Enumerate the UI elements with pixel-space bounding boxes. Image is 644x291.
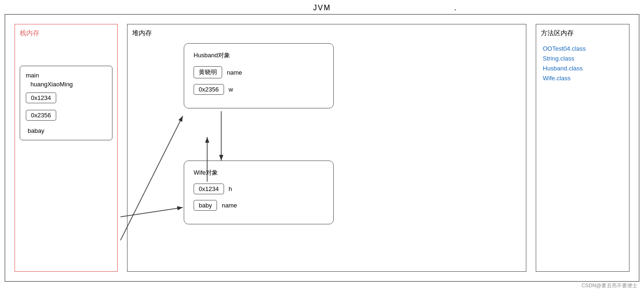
- wife-name-value: baby: [194, 200, 217, 211]
- wife-object: Wife对象 0x1234 h baby name: [184, 161, 334, 224]
- stack-section: 栈内存 main huangXiaoMing 0x1234 0x2356 bab…: [15, 24, 118, 272]
- wife-h-value: 0x1234: [194, 184, 224, 194]
- wife-title: Wife对象: [194, 168, 324, 177]
- stack-row-1: 0x1234: [26, 92, 106, 103]
- huangxiaoming-label: huangXiaoMing: [26, 81, 106, 88]
- method-item-4: Wife.class: [541, 75, 624, 82]
- husband-row-1: 黄晓明 name: [194, 66, 324, 78]
- heap-section: 堆内存 Husband对象 黄晓明 name 0x2356 w Wife对象 0…: [127, 24, 526, 272]
- stack-inner: main huangXiaoMing 0x1234 0x2356 babay: [20, 66, 112, 140]
- stack-row-2: 0x2356: [26, 110, 106, 121]
- husband-w-value: 0x2356: [194, 84, 224, 95]
- wife-h-label: h: [229, 185, 232, 192]
- wife-row-2: baby name: [194, 200, 324, 211]
- husband-name-value: 黄晓明: [194, 66, 222, 78]
- husband-object: Husband对象 黄晓明 name 0x2356 w: [184, 43, 334, 108]
- watermark: CSDN@要丑亮不要便士: [582, 282, 637, 289]
- wife-name-label: name: [222, 202, 237, 209]
- method-section: 方法区内存 OOTest04.class String.class Husban…: [536, 24, 629, 272]
- svg-line-1: [120, 207, 183, 217]
- husband-name-label: name: [227, 69, 242, 76]
- stack-title: 栈内存: [20, 29, 112, 38]
- heap-title: 堆内存: [132, 29, 521, 38]
- wife-row-1: 0x1234 h: [194, 184, 324, 194]
- husband-row-2: 0x2356 w: [194, 84, 324, 95]
- jvm-outer: 栈内存 main huangXiaoMing 0x1234 0x2356 bab…: [5, 14, 639, 282]
- method-item-3: Husband.class: [541, 65, 624, 72]
- husband-w-label: w: [229, 86, 233, 93]
- husband-title: Husband对象: [194, 51, 324, 60]
- method-title: 方法区内存: [541, 29, 624, 38]
- svg-line-2: [120, 116, 183, 240]
- stack-footer: babay: [26, 127, 106, 134]
- dot-separator: ·: [454, 4, 457, 15]
- page-title: JVM: [0, 0, 644, 14]
- stack-value-1: 0x1234: [26, 92, 56, 103]
- stack-value-2: 0x2356: [26, 110, 56, 121]
- method-item-1: OOTest04.class: [541, 45, 624, 52]
- main-label: main: [26, 72, 106, 79]
- method-item-2: String.class: [541, 55, 624, 62]
